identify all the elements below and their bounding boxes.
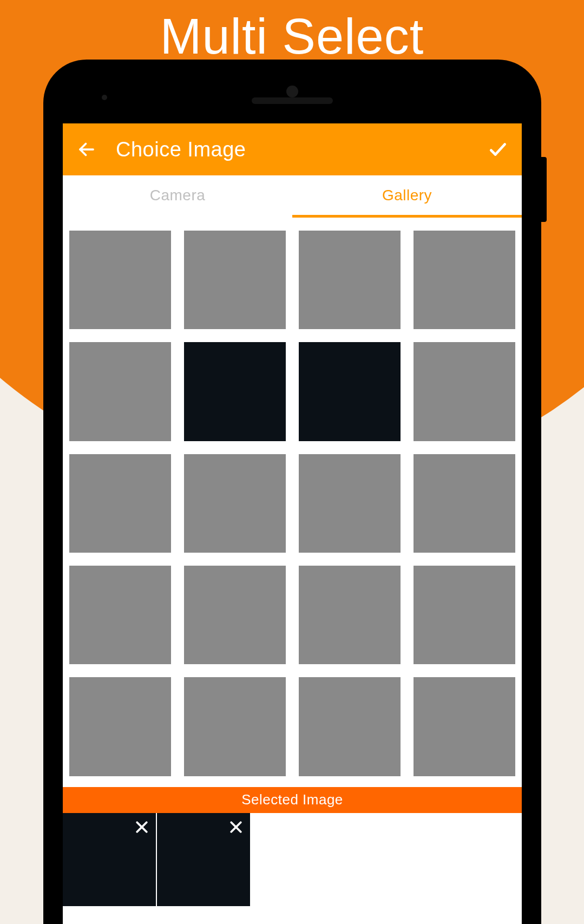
arrow-left-icon bbox=[77, 140, 96, 159]
selected-tray bbox=[63, 813, 522, 906]
gallery-thumbnail[interactable] bbox=[184, 566, 286, 664]
phone-top-bezel bbox=[43, 60, 541, 123]
selected-bar-label: Selected Image bbox=[241, 791, 343, 808]
gallery-thumbnail[interactable] bbox=[184, 677, 286, 776]
gallery-grid bbox=[69, 231, 515, 776]
gallery-grid-container bbox=[63, 218, 522, 776]
tab-gallery-label: Gallery bbox=[382, 187, 432, 204]
phone-front-camera bbox=[286, 86, 298, 97]
gallery-thumbnail[interactable] bbox=[414, 454, 515, 553]
close-icon bbox=[228, 819, 244, 835]
remove-selected-button[interactable] bbox=[131, 816, 153, 838]
phone-frame: Choice Image Camera Gallery Selected Ima… bbox=[43, 60, 541, 924]
phone-screen: Choice Image Camera Gallery Selected Ima… bbox=[63, 123, 522, 924]
gallery-thumbnail[interactable] bbox=[69, 231, 171, 329]
back-button[interactable] bbox=[74, 140, 100, 159]
promo-title: Multi Select bbox=[0, 8, 584, 65]
phone-power-button bbox=[541, 157, 547, 222]
phone-speaker-grille bbox=[252, 97, 333, 104]
gallery-thumbnail[interactable] bbox=[414, 566, 515, 664]
gallery-thumbnail[interactable] bbox=[184, 231, 286, 329]
gallery-thumbnail[interactable] bbox=[69, 342, 171, 441]
gallery-thumbnail[interactable] bbox=[184, 342, 286, 441]
tabs: Camera Gallery bbox=[63, 175, 522, 218]
appbar-title: Choice Image bbox=[116, 138, 246, 161]
phone-proximity-sensor bbox=[102, 95, 107, 100]
tab-camera[interactable]: Camera bbox=[63, 175, 292, 218]
confirm-button[interactable] bbox=[485, 139, 511, 160]
tab-gallery[interactable]: Gallery bbox=[292, 175, 522, 218]
gallery-thumbnail[interactable] bbox=[184, 454, 286, 553]
gallery-thumbnail[interactable] bbox=[69, 677, 171, 776]
gallery-thumbnail[interactable] bbox=[299, 342, 401, 441]
app-bar: Choice Image bbox=[63, 123, 522, 175]
gallery-thumbnail[interactable] bbox=[414, 677, 515, 776]
gallery-thumbnail[interactable] bbox=[414, 342, 515, 441]
tab-camera-label: Camera bbox=[150, 187, 206, 204]
selected-bar: Selected Image bbox=[63, 787, 522, 813]
gallery-thumbnail[interactable] bbox=[69, 454, 171, 553]
selected-image[interactable] bbox=[157, 813, 250, 906]
remove-selected-button[interactable] bbox=[225, 816, 247, 838]
gallery-thumbnail[interactable] bbox=[299, 566, 401, 664]
phone-mockup: Choice Image Camera Gallery Selected Ima… bbox=[43, 60, 541, 924]
gallery-thumbnail[interactable] bbox=[299, 677, 401, 776]
gallery-thumbnail[interactable] bbox=[299, 454, 401, 553]
gallery-thumbnail[interactable] bbox=[299, 231, 401, 329]
close-icon bbox=[134, 819, 150, 835]
gallery-thumbnail[interactable] bbox=[69, 566, 171, 664]
check-icon bbox=[488, 139, 508, 160]
gallery-thumbnail[interactable] bbox=[414, 231, 515, 329]
selected-image[interactable] bbox=[63, 813, 156, 906]
